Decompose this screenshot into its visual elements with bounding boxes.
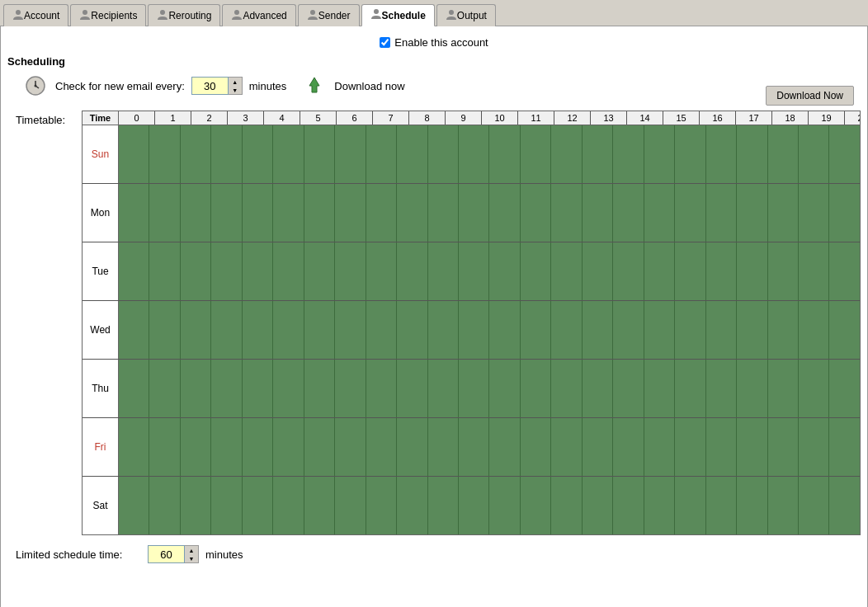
- grid-cell-mon-22[interactable]: [799, 184, 829, 242]
- grid-cell-sat-6[interactable]: [304, 477, 335, 534]
- grid-cell-thu-19[interactable]: [706, 360, 737, 417]
- grid-cell-fri-23[interactable]: [829, 418, 859, 476]
- grid-cell-tue-2[interactable]: [181, 242, 211, 300]
- grid-cell-sun-19[interactable]: [706, 125, 737, 183]
- grid-cell-tue-1[interactable]: [149, 242, 180, 300]
- grid-cell-fri-20[interactable]: [737, 418, 767, 476]
- tab-advanced[interactable]: Advanced: [222, 4, 295, 26]
- grid-cell-tue-8[interactable]: [366, 242, 397, 300]
- grid-cell-thu-4[interactable]: [243, 360, 273, 417]
- grid-cell-tue-9[interactable]: [397, 242, 427, 300]
- grid-cell-thu-13[interactable]: [521, 360, 551, 417]
- grid-cell-wed-20[interactable]: [737, 301, 767, 359]
- grid-cell-mon-10[interactable]: [428, 184, 459, 242]
- grid-cell-mon-15[interactable]: [583, 184, 613, 242]
- grid-cell-fri-10[interactable]: [428, 418, 459, 476]
- grid-cell-wed-23[interactable]: [829, 301, 859, 359]
- grid-cell-mon-11[interactable]: [459, 184, 489, 242]
- grid-cell-wed-7[interactable]: [335, 301, 366, 359]
- grid-cell-tue-22[interactable]: [799, 242, 829, 300]
- grid-cell-thu-5[interactable]: [273, 360, 304, 417]
- grid-cell-thu-18[interactable]: [675, 360, 705, 417]
- grid-cell-sat-14[interactable]: [551, 477, 582, 534]
- grid-cell-sun-18[interactable]: [675, 125, 705, 183]
- grid-cell-sun-12[interactable]: [489, 125, 520, 183]
- tab-sender[interactable]: Sender: [298, 4, 360, 26]
- grid-cell-thu-14[interactable]: [551, 360, 582, 417]
- grid-cell-fri-5[interactable]: [273, 418, 304, 476]
- grid-cell-wed-13[interactable]: [521, 301, 551, 359]
- grid-cell-tue-10[interactable]: [428, 242, 459, 300]
- grid-cell-mon-16[interactable]: [613, 184, 644, 242]
- grid-cell-sun-14[interactable]: [551, 125, 582, 183]
- grid-cell-sat-13[interactable]: [521, 477, 551, 534]
- grid-cell-sun-15[interactable]: [583, 125, 613, 183]
- grid-cell-mon-13[interactable]: [521, 184, 551, 242]
- grid-cell-sun-4[interactable]: [243, 125, 273, 183]
- grid-cell-sun-21[interactable]: [768, 125, 799, 183]
- grid-cell-sat-11[interactable]: [459, 477, 489, 534]
- grid-cell-tue-0[interactable]: [119, 242, 149, 300]
- grid-cell-sat-9[interactable]: [397, 477, 427, 534]
- grid-cell-thu-22[interactable]: [799, 360, 829, 417]
- grid-cell-sun-6[interactable]: [304, 125, 335, 183]
- grid-cell-mon-12[interactable]: [489, 184, 520, 242]
- grid-cell-sat-21[interactable]: [768, 477, 799, 534]
- grid-cell-sun-7[interactable]: [335, 125, 366, 183]
- grid-cell-thu-6[interactable]: [304, 360, 335, 417]
- grid-cell-tue-21[interactable]: [768, 242, 799, 300]
- grid-cell-sat-23[interactable]: [829, 477, 859, 534]
- grid-cell-wed-14[interactable]: [551, 301, 582, 359]
- download-now-button[interactable]: Download Now: [766, 86, 854, 106]
- limited-spinbox-down-btn[interactable]: ▼: [185, 554, 198, 562]
- grid-cell-thu-8[interactable]: [366, 360, 397, 417]
- grid-cell-sun-5[interactable]: [273, 125, 304, 183]
- grid-cell-thu-3[interactable]: [211, 360, 242, 417]
- tab-schedule[interactable]: Schedule: [361, 4, 435, 26]
- grid-cell-mon-3[interactable]: [211, 184, 242, 242]
- grid-cell-thu-2[interactable]: [181, 360, 211, 417]
- grid-cell-mon-0[interactable]: [119, 184, 149, 242]
- grid-cell-fri-8[interactable]: [366, 418, 397, 476]
- grid-cell-sat-17[interactable]: [644, 477, 675, 534]
- grid-cell-sun-8[interactable]: [366, 125, 397, 183]
- grid-cell-tue-19[interactable]: [706, 242, 737, 300]
- grid-cell-sun-23[interactable]: [829, 125, 859, 183]
- grid-cell-fri-21[interactable]: [768, 418, 799, 476]
- enable-account-label[interactable]: Enable this account: [394, 36, 488, 49]
- grid-cell-thu-1[interactable]: [149, 360, 180, 417]
- grid-cell-wed-5[interactable]: [273, 301, 304, 359]
- grid-cell-tue-14[interactable]: [551, 242, 582, 300]
- grid-cell-mon-21[interactable]: [768, 184, 799, 242]
- grid-cell-sat-2[interactable]: [181, 477, 211, 534]
- grid-cell-thu-11[interactable]: [459, 360, 489, 417]
- grid-cell-mon-23[interactable]: [829, 184, 859, 242]
- grid-cell-sat-18[interactable]: [675, 477, 705, 534]
- grid-cell-mon-1[interactable]: [149, 184, 180, 242]
- grid-cell-fri-18[interactable]: [675, 418, 705, 476]
- grid-cell-thu-15[interactable]: [583, 360, 613, 417]
- grid-cell-wed-8[interactable]: [366, 301, 397, 359]
- grid-cell-sun-10[interactable]: [428, 125, 459, 183]
- grid-cell-thu-12[interactable]: [489, 360, 520, 417]
- grid-cell-fri-7[interactable]: [335, 418, 366, 476]
- grid-cell-sat-20[interactable]: [737, 477, 767, 534]
- grid-cell-tue-18[interactable]: [675, 242, 705, 300]
- grid-cell-tue-16[interactable]: [613, 242, 644, 300]
- grid-cell-sat-5[interactable]: [273, 477, 304, 534]
- grid-cell-sun-11[interactable]: [459, 125, 489, 183]
- grid-cell-tue-5[interactable]: [273, 242, 304, 300]
- grid-cell-mon-9[interactable]: [397, 184, 427, 242]
- grid-cell-sun-0[interactable]: [119, 125, 149, 183]
- grid-cell-fri-14[interactable]: [551, 418, 582, 476]
- grid-cell-wed-19[interactable]: [706, 301, 737, 359]
- grid-cell-sat-16[interactable]: [613, 477, 644, 534]
- grid-cell-thu-20[interactable]: [737, 360, 767, 417]
- grid-cell-sun-13[interactable]: [521, 125, 551, 183]
- grid-cell-wed-4[interactable]: [243, 301, 273, 359]
- grid-cell-mon-17[interactable]: [644, 184, 675, 242]
- grid-cell-wed-18[interactable]: [675, 301, 705, 359]
- grid-cell-thu-9[interactable]: [397, 360, 427, 417]
- grid-cell-sun-22[interactable]: [799, 125, 829, 183]
- grid-cell-sun-1[interactable]: [149, 125, 180, 183]
